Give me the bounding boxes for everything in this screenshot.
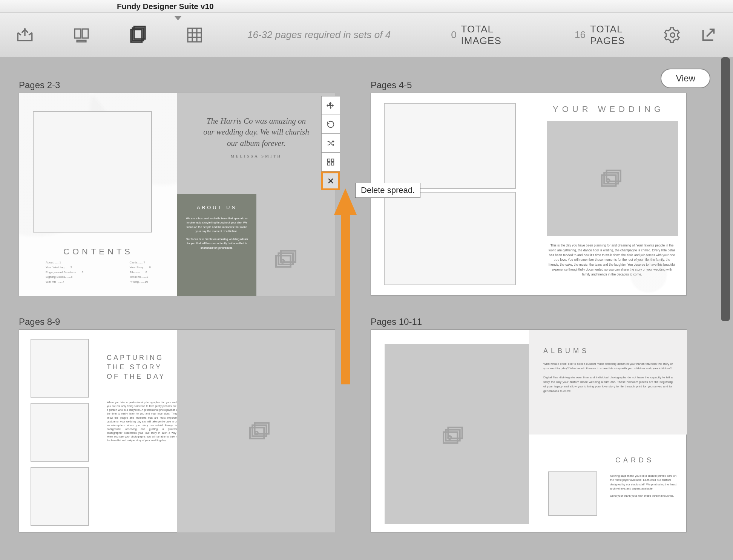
toolbar-right (661, 24, 719, 46)
svg-rect-24 (328, 159, 330, 161)
grid-layout-icon[interactable] (321, 153, 340, 171)
image-placeholder[interactable] (384, 103, 516, 189)
svg-point-7 (670, 33, 675, 37)
export-share-icon[interactable] (697, 24, 719, 46)
albums-section: ALBUMS What would it feel like to hold a… (529, 330, 687, 435)
vertical-scrollbar[interactable] (721, 57, 730, 321)
table-of-contents: About.......1 Your Wedding.......2 Engag… (46, 260, 151, 285)
move-spread-icon[interactable] (321, 96, 340, 115)
spreads-view-icon[interactable] (127, 24, 149, 46)
image-placeholder[interactable] (31, 339, 89, 398)
svg-point-19 (255, 431, 258, 435)
import-images-icon[interactable] (14, 24, 36, 46)
page-requirement-info: 16-32 pages required in sets of 4 (247, 29, 391, 41)
toc-right: Cards.......7 Your Story.......8 Albums.… (130, 260, 151, 285)
svg-rect-26 (328, 162, 330, 165)
testimonial-quote: The Harris Co was amazing on our wedding… (201, 116, 311, 159)
svg-point-15 (607, 179, 610, 182)
capturing-heading: CAPTURING THE STORY OF THE DAY (107, 353, 166, 382)
settings-gear-icon[interactable] (661, 24, 684, 46)
app-title: Fundy Designer Suite v10 (117, 2, 214, 11)
delete-spread-tooltip: Delete spread. (355, 183, 420, 198)
svg-rect-1 (82, 29, 88, 38)
svg-rect-25 (331, 159, 334, 161)
svg-rect-2 (77, 40, 86, 42)
capturing-text: When you hire a professional photographe… (107, 401, 182, 443)
image-placeholder[interactable] (31, 403, 89, 462)
cards-text: Nothing says thank you like a custom pri… (610, 474, 678, 498)
annotation-arrow (334, 188, 357, 384)
quote-author: MELISSA SMITH (201, 153, 311, 159)
total-images-value: 0 (451, 29, 456, 41)
toolbar-mode-icons (14, 24, 206, 46)
grid-view-icon[interactable] (183, 24, 206, 46)
image-placeholder[interactable] (31, 467, 89, 526)
delete-spread-button[interactable] (321, 171, 340, 190)
svg-point-23 (448, 436, 451, 439)
layout-view-icon[interactable] (70, 24, 93, 46)
shuffle-spread-icon[interactable] (321, 134, 340, 153)
floral-bg (611, 254, 686, 295)
spread-label: Pages 4-5 (371, 80, 687, 90)
your-wedding-heading: YOUR WEDDING (538, 104, 679, 114)
about-us-box: ABOUT US We are a husband and wife team … (177, 194, 256, 296)
view-button[interactable]: View (661, 69, 710, 88)
total-images-label: TOTAL IMAGES (461, 23, 504, 47)
spread-controls (321, 96, 340, 190)
contents-heading: CONTENTS (19, 247, 177, 257)
rotate-spread-icon[interactable] (321, 115, 340, 134)
multi-image-drop-icon[interactable] (249, 422, 271, 441)
multi-image-drop-icon[interactable] (601, 169, 623, 189)
image-column (31, 339, 89, 531)
spread-8-9[interactable]: CAPTURING THE STORY OF THE DAY When you … (19, 329, 335, 532)
cards-heading: CARDS (615, 456, 654, 464)
total-pages-value: 16 (575, 29, 586, 41)
titlebar: Fundy Designer Suite v10 (0, 0, 733, 13)
spread-label: Pages 10-11 (371, 317, 687, 327)
image-placeholder[interactable] (548, 471, 597, 516)
svg-marker-28 (334, 188, 357, 384)
toc-left: About.......1 Your Wedding.......2 Engag… (46, 260, 83, 285)
multi-image-drop-icon[interactable] (275, 250, 298, 269)
total-pages-stat: 16 TOTAL PAGES (575, 23, 627, 47)
svg-point-11 (281, 260, 284, 263)
svg-rect-27 (331, 162, 334, 165)
svg-rect-6 (188, 28, 201, 42)
image-placeholder[interactable] (384, 192, 516, 285)
svg-rect-0 (75, 29, 81, 38)
spread-grid: Pages 2-3 CONTENTS About.......1 Your We… (19, 80, 710, 553)
dropdown-indicator-icon[interactable] (174, 16, 182, 20)
spread-10-11[interactable]: ALBUMS What would it feel like to hold a… (371, 329, 687, 532)
spread-label: Pages 2-3 (19, 80, 335, 90)
multi-image-drop-icon[interactable] (443, 426, 465, 446)
image-placeholder[interactable] (33, 111, 152, 233)
total-pages-label: TOTAL PAGES (590, 23, 627, 47)
spread-label: Pages 8-9 (19, 317, 335, 327)
total-images-stat: 0 TOTAL IMAGES (451, 23, 504, 47)
toolbar: 16-32 pages required in sets of 4 0 TOTA… (0, 13, 733, 57)
spread-2-3[interactable]: CONTENTS About.......1 Your Wedding.....… (19, 93, 335, 295)
